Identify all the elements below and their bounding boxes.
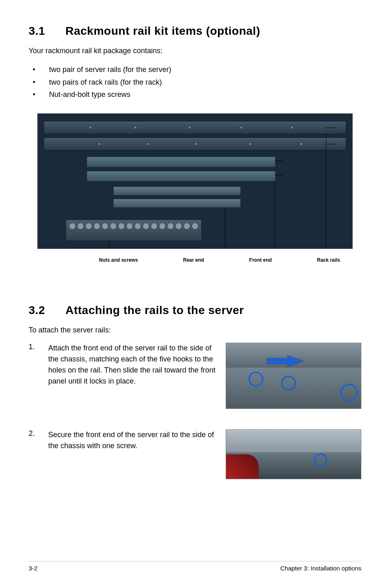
section-number: 3.1 <box>29 25 65 38</box>
step-item: 1. Attach the front end of the server ra… <box>29 343 361 409</box>
steps-list: 1. Attach the front end of the server ra… <box>29 343 361 479</box>
step-number: 2. <box>29 429 48 438</box>
page-footer: 3-2 Chapter 3: Installation options <box>29 561 361 572</box>
screws-cluster-graphic <box>66 220 201 240</box>
step-item: 2. Secure the front end of the server ra… <box>29 429 361 479</box>
section-heading-3-2: 3.2Attaching the rails to the server <box>29 304 361 317</box>
footer-chapter: Chapter 3: Installation options <box>280 565 361 572</box>
section-number: 3.2 <box>29 304 65 317</box>
label-rear-end: Rear end <box>183 257 204 263</box>
step2-figure <box>226 429 361 479</box>
label-rack-rails: Rack rails <box>317 257 340 263</box>
step1-figure <box>226 343 361 409</box>
section2-intro: To attach the server rails: <box>29 325 361 335</box>
label-nuts-screws: Nuts and screws <box>99 257 138 263</box>
section-title: Attaching the rails to the server <box>65 304 244 316</box>
list-item: two pairs of rack rails (for the rack) <box>29 76 361 89</box>
section-heading-3-1: 3.1Rackmount rail kit items (optional) <box>29 25 361 38</box>
step-number: 1. <box>29 343 48 351</box>
label-front-end: Front end <box>249 257 272 263</box>
figure-labels: Nuts and screws Rear end Front end Rack … <box>38 257 352 263</box>
step-text: Secure the front end of the server rail … <box>48 429 226 451</box>
rail-kit-figure <box>37 113 353 249</box>
step-text: Attach the front end of the server rail … <box>48 343 226 387</box>
section-title: Rackmount rail kit items (optional) <box>65 25 260 37</box>
footer-page-number: 3-2 <box>29 565 38 572</box>
list-item: two pair of server rails (for the server… <box>29 63 361 76</box>
list-item: Nut-and-bolt type screws <box>29 88 361 101</box>
kit-contents-list: two pair of server rails (for the server… <box>29 63 361 101</box>
section1-intro: Your rackmount rail kit package contains… <box>29 46 361 56</box>
